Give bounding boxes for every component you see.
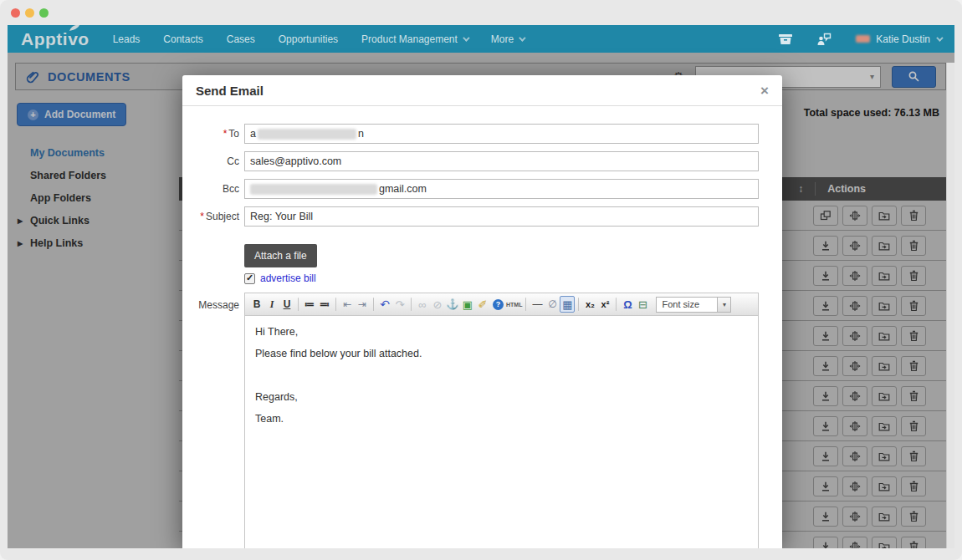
app-frame: Apptivo Leads Contacts Cases <box>8 25 954 548</box>
font-size-dropdown[interactable]: Font size <box>656 297 731 313</box>
bcc-row: Bcc gmail.com <box>189 179 759 199</box>
app-store-icon[interactable] <box>778 33 793 45</box>
nav-item-product-management[interactable]: Product Management <box>361 33 468 45</box>
attachment-link[interactable]: advertise bill <box>260 272 316 284</box>
special-character-icon[interactable]: Ω <box>620 296 635 313</box>
attach-file-button[interactable]: Attach a file <box>244 244 317 267</box>
indent-icon[interactable]: ⇥ <box>355 296 370 313</box>
bcc-field[interactable]: gmail.com <box>244 179 759 199</box>
nav-item-label: Contacts <box>163 33 202 45</box>
toolbar-separator <box>298 298 299 311</box>
nav-item-opportunities[interactable]: Opportunities <box>279 33 338 45</box>
toolbar-separator <box>411 298 412 311</box>
leaf-icon <box>69 25 80 32</box>
message-body[interactable]: Hi There, Please find below your bill at… <box>245 316 758 548</box>
email-form: *To a n Cc sales@apptivo.com <box>182 106 782 284</box>
nav-item-label: Cases <box>227 33 255 45</box>
chevron-down-icon <box>936 34 943 41</box>
to-value-suffix: n <box>358 128 364 140</box>
page-content: DOCUMENTS Add Document <box>8 53 954 548</box>
message-line <box>255 369 748 382</box>
window-titlebar <box>0 0 962 25</box>
chevron-down-icon <box>519 34 525 41</box>
minimize-window-button[interactable] <box>25 8 34 18</box>
undo-icon[interactable]: ↶ <box>377 296 392 313</box>
nav-item-label: More <box>491 33 514 45</box>
user-menu[interactable]: Katie Dustin <box>856 33 941 45</box>
nav-item-more[interactable]: More <box>491 33 524 45</box>
subscript-icon[interactable]: x₂ <box>582 296 597 313</box>
toolbar-separator <box>578 298 579 311</box>
italic-icon[interactable]: I <box>264 296 279 313</box>
cleanup-icon[interactable]: ✐ <box>475 296 490 313</box>
toolbar-separator <box>616 298 617 311</box>
bullet-list-icon[interactable]: ≔ <box>302 296 317 313</box>
navbar-right: Katie Dustin <box>778 33 941 46</box>
nav-item-cases[interactable]: Cases <box>227 33 255 45</box>
top-navbar: Apptivo Leads Contacts Cases <box>8 25 954 53</box>
subject-row: *Subject Reg: Your Bill <box>189 206 759 227</box>
message-line: Please find below your bill attached. <box>255 348 748 360</box>
close-icon[interactable]: × <box>760 84 769 98</box>
send-email-modal: Send Email × *To a n Cc <box>182 75 782 548</box>
nav-item-label: Product Management <box>361 33 458 45</box>
toolbar-separator <box>335 298 336 311</box>
close-window-button[interactable] <box>11 8 20 18</box>
maximize-window-button[interactable] <box>39 8 49 18</box>
attachment-row: advertise bill <box>244 272 759 284</box>
attachment-checkbox[interactable] <box>244 273 255 284</box>
insert-table-icon[interactable]: ▦ <box>560 296 575 313</box>
to-field[interactable]: a n <box>244 124 759 144</box>
chevron-down-icon[interactable] <box>718 297 731 313</box>
editor-toolbar: B I U ≔ ≕ <box>245 293 758 316</box>
required-mark: * <box>200 211 204 222</box>
message-line: Regards, <box>255 391 748 404</box>
html-source-icon[interactable]: HTML <box>506 296 522 313</box>
to-row: *To a n <box>189 124 759 144</box>
cc-row: Cc sales@apptivo.com <box>189 151 759 171</box>
logo-text: Apptivo <box>21 29 90 48</box>
help-icon[interactable]: ? <box>493 299 504 310</box>
cc-value: sales@apptivo.com <box>250 155 341 167</box>
redo-icon[interactable]: ↷ <box>392 296 407 313</box>
cc-label: Cc <box>189 155 239 167</box>
insert-image-icon[interactable]: ▣ <box>460 296 475 313</box>
outdent-icon[interactable]: ⇤ <box>340 296 355 313</box>
toolbar-separator <box>525 298 526 311</box>
scrollbar[interactable] <box>946 63 954 548</box>
underline-icon[interactable]: U <box>279 296 294 313</box>
nav-item-contacts[interactable]: Contacts <box>163 33 202 45</box>
horizontal-rule-icon[interactable]: — <box>530 296 545 313</box>
message-line: Hi There, <box>255 326 748 339</box>
print-icon[interactable]: ⊟ <box>635 296 650 313</box>
app-window: Apptivo Leads Contacts Cases <box>0 0 962 560</box>
remove-format-icon[interactable]: ∅ <box>545 296 560 313</box>
font-size-value: Font size <box>656 297 718 313</box>
message-row: Message B I U ≔ <box>189 293 759 548</box>
nav-item-leads[interactable]: Leads <box>113 33 141 45</box>
rich-text-editor: B I U ≔ ≕ <box>244 293 759 548</box>
to-value-prefix: a <box>250 128 256 140</box>
anchor-icon[interactable]: ⚓ <box>445 296 460 313</box>
bcc-value-suffix: gmail.com <box>379 183 427 195</box>
redacted-bcc-address <box>250 184 377 195</box>
modal-title: Send Email <box>196 84 264 98</box>
nav-item-label: Opportunities <box>279 33 338 45</box>
unlink-icon[interactable]: ⊘ <box>430 296 445 313</box>
subject-value: Reg: Your Bill <box>250 211 313 222</box>
toolbar-separator <box>373 298 374 311</box>
redacted-to-address <box>258 129 356 140</box>
support-chat-icon[interactable] <box>816 33 832 46</box>
cc-field[interactable]: sales@apptivo.com <box>244 151 759 171</box>
subject-field[interactable]: Reg: Your Bill <box>244 206 759 227</box>
numbered-list-icon[interactable]: ≕ <box>317 296 332 313</box>
message-label: Message <box>189 293 239 548</box>
bold-icon[interactable]: B <box>249 296 264 313</box>
bcc-label: Bcc <box>189 183 239 195</box>
link-icon[interactable]: ∞ <box>415 296 430 313</box>
nav-item-label: Leads <box>113 33 141 45</box>
user-flag-icon <box>856 35 870 43</box>
superscript-icon[interactable]: x² <box>597 296 612 313</box>
to-label: *To <box>189 128 239 140</box>
apptivo-logo[interactable]: Apptivo <box>21 27 90 52</box>
